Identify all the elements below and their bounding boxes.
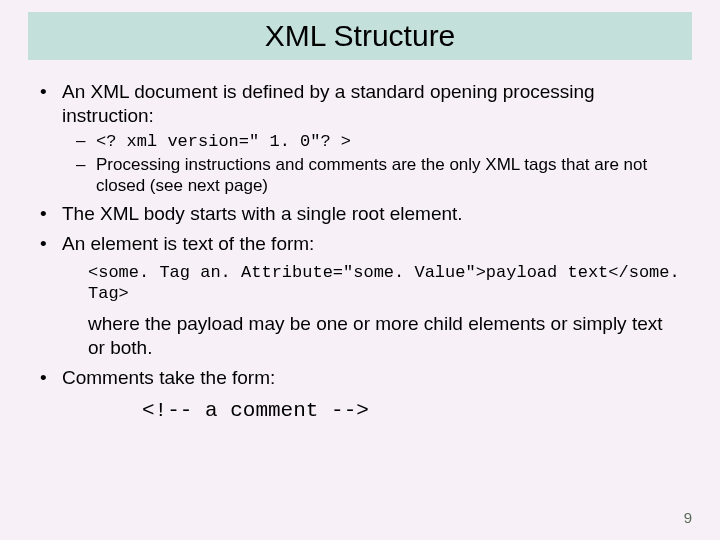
- bullet-text: An element is text of the form:: [62, 233, 314, 254]
- sub-bullet-item: <? xml version=" 1. 0"? >: [62, 130, 684, 152]
- bullet-text: An XML document is defined by a standard…: [62, 81, 595, 126]
- code-block: <!-- a comment -->: [142, 398, 684, 424]
- bullet-item: An XML document is defined by a standard…: [36, 80, 684, 196]
- bullet-item: An element is text of the form: <some. T…: [36, 232, 684, 360]
- bullet-text: Comments take the form:: [62, 367, 275, 388]
- bullet-item: Comments take the form: <!-- a comment -…: [36, 366, 684, 424]
- slide-title: XML Structure: [265, 19, 456, 53]
- bullet-list: An XML document is defined by a standard…: [36, 80, 684, 424]
- sub-bullet-list: <? xml version=" 1. 0"? > Processing ins…: [62, 130, 684, 197]
- code-inline: <? xml version=" 1. 0"? >: [96, 132, 351, 151]
- sub-bullet-item: Processing instructions and comments are…: [62, 154, 684, 197]
- bullet-item: The XML body starts with a single root e…: [36, 202, 684, 226]
- code-block: <some. Tag an. Attribute="some. Value">p…: [88, 262, 684, 305]
- sub-bullet-text: Processing instructions and comments are…: [96, 155, 647, 195]
- page-number: 9: [684, 509, 692, 526]
- bullet-continuation: where the payload may be one or more chi…: [88, 312, 684, 360]
- bullet-text: The XML body starts with a single root e…: [62, 203, 463, 224]
- slide-content: An XML document is defined by a standard…: [0, 60, 720, 424]
- title-bar: XML Structure: [28, 12, 692, 60]
